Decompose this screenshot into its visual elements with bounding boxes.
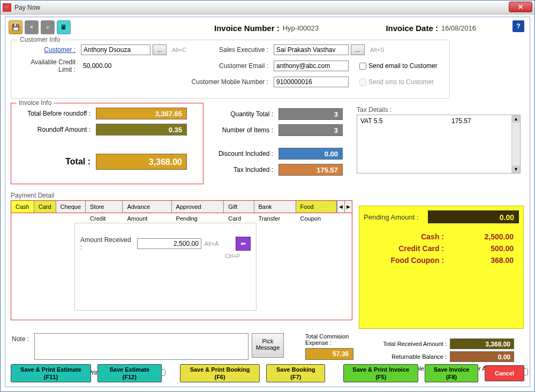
invoice-date-label: Invoice Date : bbox=[386, 24, 438, 33]
summary-foodcoupon-label: Food Coupon : bbox=[364, 256, 444, 265]
roundoff-label: Roundoff Amount : bbox=[16, 126, 96, 133]
tax-details-list[interactable]: VAT 5.5175.57 ▲ ▼ bbox=[357, 115, 521, 174]
content: 💾 ✕ ≡ 🖩 Invoice Number : Hyp-I00023 Invo… bbox=[5, 17, 530, 387]
summary-card-value: 500.00 bbox=[444, 244, 514, 253]
tax-included-value: 175.57 bbox=[278, 164, 343, 176]
customer-info-legend: Customer Info bbox=[18, 36, 62, 43]
toolbar-close-button[interactable]: ✕ bbox=[25, 20, 39, 34]
payment-frame: Amount Received : Alt+A ⬅ Ctrl+P bbox=[11, 213, 352, 320]
note-label: Note : bbox=[11, 333, 34, 343]
tab-bank-transfer[interactable]: Bank Transfer bbox=[254, 201, 296, 213]
mobile-label: Customer Mobile Number : bbox=[188, 78, 274, 86]
summary-foodcoupon-value: 368.00 bbox=[444, 256, 514, 265]
tab-scroll-left-icon[interactable]: ◀ bbox=[337, 201, 344, 213]
amount-received-input[interactable] bbox=[137, 238, 201, 249]
toolbar-save-button[interactable]: 💾 bbox=[9, 20, 22, 34]
customer-input[interactable] bbox=[81, 44, 150, 55]
save-booking-button[interactable]: Save Booking (F7) bbox=[266, 364, 325, 382]
tab-food-coupon[interactable]: Food Coupon bbox=[296, 201, 337, 213]
note-textarea[interactable] bbox=[34, 333, 248, 360]
before-roundoff-label: Total Before roundoff : bbox=[16, 110, 96, 117]
close-button[interactable]: ✕ bbox=[509, 2, 532, 12]
items-value: 3 bbox=[278, 124, 343, 136]
summary-cash-value: 2,500.00 bbox=[444, 232, 514, 241]
mobile-input[interactable] bbox=[274, 77, 349, 87]
payment-detail-legend: Payment Detail bbox=[11, 192, 54, 199]
payment-panel: Amount Received : Alt+A ⬅ Ctrl+P bbox=[74, 223, 257, 311]
invoice-stats: Quantity Total : 3 Number of Items : 3 D… bbox=[214, 108, 348, 180]
titlebar: 🛒 Pay Now ✕ bbox=[1, 1, 534, 14]
pick-message-button[interactable]: Pick Message bbox=[252, 333, 284, 358]
email-input[interactable] bbox=[274, 61, 349, 71]
tab-card[interactable]: Card bbox=[34, 201, 56, 213]
sales-exec-input[interactable] bbox=[274, 44, 349, 55]
send-email-checkbox[interactable] bbox=[359, 63, 366, 70]
total-value: 3,368.00 bbox=[96, 154, 187, 170]
tax-details-box: Tax Details : VAT 5.5175.57 ▲ ▼ bbox=[357, 106, 521, 176]
window-title: Pay Now bbox=[14, 4, 40, 11]
qty-value: 3 bbox=[278, 108, 343, 120]
save-print-invoice-button[interactable]: Save & Print Invoice (F5) bbox=[343, 364, 418, 382]
alt-a-hint: Alt+A bbox=[205, 240, 219, 247]
discount-label: Discount Included : bbox=[214, 150, 278, 157]
items-label: Number of Items : bbox=[214, 126, 278, 134]
enter-button[interactable]: ⬅ bbox=[236, 237, 251, 251]
sales-exec-browse-button[interactable]: ... bbox=[351, 44, 365, 55]
toolbar-calculator-button[interactable]: 🖩 bbox=[57, 20, 71, 34]
summary-card-label: Credit Card : bbox=[364, 244, 444, 253]
app-icon: 🛒 bbox=[3, 3, 11, 12]
customer-link[interactable]: Customer : bbox=[17, 46, 81, 54]
tax-included-label: Tax Included : bbox=[214, 166, 278, 174]
returnable-label: Returnable Balance : bbox=[375, 353, 450, 360]
invoice-number-label: Invoice Number : bbox=[214, 24, 280, 33]
sales-exec-hint: Alt+S bbox=[370, 47, 385, 53]
tab-gift-card[interactable]: Gift Card bbox=[224, 201, 254, 213]
button-bar: Save & Print Estimate (F11) Save Estimat… bbox=[11, 364, 524, 382]
tab-cheque[interactable]: Cheque bbox=[56, 201, 86, 213]
send-sms-label: Send sms to Customer bbox=[368, 78, 434, 86]
send-email-label: Send email to Customer bbox=[368, 62, 438, 70]
invoice-info-box: Invoice Info Total Before roundoff : 3,3… bbox=[11, 103, 204, 184]
payment-tabs: Cash Card Cheque Store Credit Advance Am… bbox=[11, 200, 352, 213]
help-button[interactable]: ? bbox=[513, 20, 524, 32]
amount-received-label: Amount Received : bbox=[80, 236, 137, 251]
save-print-estimate-button[interactable]: Save & Print Estimate (F11) bbox=[11, 364, 91, 382]
save-invoice-button[interactable]: Save Invoice (F8) bbox=[425, 364, 478, 382]
payment-detail-box: Payment Detail Cash Card Cheque Store Cr… bbox=[11, 192, 352, 320]
returnable-value: 0.00 bbox=[450, 351, 514, 362]
customer-info-box: Customer Info Customer : ... Alt+C Sales… bbox=[11, 40, 450, 99]
total-label: Total : bbox=[16, 157, 96, 167]
note-area: Note : Pick Message bbox=[11, 333, 284, 360]
save-print-booking-button[interactable]: Save & Print Booking (F6) bbox=[180, 364, 260, 382]
cancel-button[interactable]: Cancel bbox=[485, 365, 524, 381]
email-label: Customer Email : bbox=[209, 62, 274, 70]
save-estimate-button[interactable]: Save Estimate (F12) bbox=[97, 364, 162, 382]
customer-browse-button[interactable]: ... bbox=[153, 44, 167, 55]
customer-hint: Alt+C bbox=[172, 47, 186, 53]
roundoff-value: 0.35 bbox=[96, 124, 187, 135]
total-received-value: 3,368.00 bbox=[450, 338, 514, 349]
invoice-date: 16/08/2016 bbox=[441, 24, 476, 32]
pending-amount-value: 0.00 bbox=[428, 210, 519, 223]
pay-now-window: 🛒 Pay Now ✕ 💾 ✕ ≡ 🖩 Invoice Number : Hyp… bbox=[0, 0, 535, 392]
send-sms-checkbox[interactable] bbox=[359, 79, 366, 86]
ctrl-p-hint: Ctrl+P bbox=[225, 253, 240, 259]
qty-label: Quantity Total : bbox=[214, 110, 278, 118]
scroll-down-icon[interactable]: ▼ bbox=[512, 165, 520, 173]
toolbar-history-button[interactable]: ≡ bbox=[41, 20, 55, 34]
credit-limit-label: Available Credit Limit : bbox=[17, 58, 81, 73]
invoice-info-legend: Invoice Info bbox=[17, 99, 54, 107]
sales-exec-label: Sales Executive : bbox=[209, 46, 274, 54]
tab-scroll-right-icon[interactable]: ▶ bbox=[344, 201, 352, 213]
tab-store-credit[interactable]: Store Credit bbox=[86, 201, 123, 213]
summary-cash-label: Cash : bbox=[364, 232, 444, 241]
tax-row-name: VAT 5.5 bbox=[360, 117, 451, 125]
tab-advance-amount[interactable]: Advance Amount bbox=[123, 201, 171, 213]
tax-details-legend: Tax Details : bbox=[357, 106, 521, 114]
tab-approved-pending[interactable]: Approved Pending bbox=[172, 201, 224, 213]
tax-scrollbar[interactable]: ▲ ▼ bbox=[511, 115, 520, 173]
toolbar: 💾 ✕ ≡ 🖩 bbox=[9, 20, 71, 34]
tab-cash[interactable]: Cash bbox=[11, 201, 34, 213]
invoice-number: Hyp-I00023 bbox=[283, 24, 319, 32]
scroll-up-icon[interactable]: ▲ bbox=[512, 115, 520, 123]
